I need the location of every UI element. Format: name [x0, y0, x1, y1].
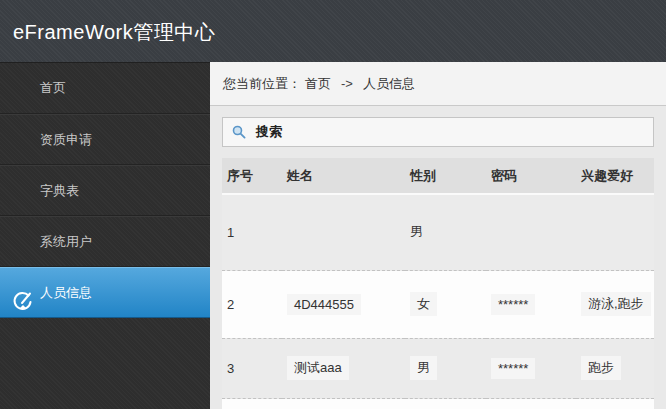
cell-name [282, 194, 405, 270]
table-row[interactable]: 1 男 [222, 194, 654, 270]
col-header-name: 姓名 [282, 158, 405, 194]
personnel-table: 序号 姓名 性别 密码 兴趣爱好 1 男 [222, 158, 654, 409]
cell-hobby [576, 194, 654, 270]
breadcrumb-home-link[interactable]: 首页 [305, 76, 331, 91]
cell-password: ****** [486, 270, 576, 338]
sidebar-item-qualification[interactable]: 资质申请 [0, 114, 210, 165]
table-header-row: 序号 姓名 性别 密码 兴趣爱好 [222, 158, 654, 194]
cell-gender: 女 [405, 270, 486, 338]
sidebar-item-label: 字典表 [40, 183, 79, 198]
cell-password [486, 194, 576, 270]
cell-name: 4D444555 [282, 270, 405, 338]
col-header-gender: 性别 [405, 158, 486, 194]
sidebar-item-label: 首页 [40, 80, 66, 95]
table-row-partial [222, 398, 654, 409]
sidebar-item-home[interactable]: 首页 [0, 63, 210, 114]
sidebar-item-label: 人员信息 [40, 285, 92, 300]
sidebar-item-system-users[interactable]: 系统用户 [0, 216, 210, 267]
cell-hobby: 跑步 [576, 338, 654, 398]
breadcrumb-separator: -> [341, 76, 353, 91]
app-window: eFrameWork管理中心 首页 资质申请 字典表 系统用户 [0, 0, 666, 409]
col-header-password: 密码 [486, 158, 576, 194]
magnifier-icon [232, 125, 246, 139]
sidebar-item-dictionary[interactable]: 字典表 [0, 165, 210, 216]
sidebar-item-label: 系统用户 [40, 234, 92, 249]
sidebar: 首页 资质申请 字典表 系统用户 人员信息 [0, 62, 210, 409]
sidebar-item-label: 资质申请 [40, 132, 92, 147]
sidebar-item-personnel[interactable]: 人员信息 [0, 267, 210, 318]
breadcrumb-current[interactable]: 人员信息 [363, 76, 415, 91]
cell-hobby: 游泳,跑步 [576, 270, 654, 338]
table-row[interactable]: 2 4D444555 女 ****** 游泳,跑步 [222, 270, 654, 338]
breadcrumb-prefix: 您当前位置： [223, 76, 301, 91]
cell-password: ****** [486, 338, 576, 398]
cell-gender: 男 [405, 338, 486, 398]
search-bar[interactable]: 搜索 [222, 117, 654, 147]
personnel-table-wrap: 序号 姓名 性别 密码 兴趣爱好 1 男 [222, 158, 654, 409]
cell-index: 3 [222, 338, 282, 398]
cell-gender: 男 [405, 194, 486, 270]
app-header: eFrameWork管理中心 [0, 0, 666, 62]
content-area: 您当前位置：首页->人员信息 搜索 [210, 62, 666, 409]
main-layout: 首页 资质申请 字典表 系统用户 人员信息 [0, 62, 666, 409]
col-header-index: 序号 [222, 158, 282, 194]
cell-index: 2 [222, 270, 282, 338]
cell-index: 1 [222, 194, 282, 270]
col-header-hobby: 兴趣爱好 [576, 158, 654, 194]
cell-name: 测试aaa [282, 338, 405, 398]
table-row[interactable]: 3 测试aaa 男 ****** 跑步 [222, 338, 654, 398]
search-label: 搜索 [256, 123, 282, 141]
gauge-icon [12, 283, 34, 305]
app-title: eFrameWork管理中心 [0, 0, 666, 46]
breadcrumb: 您当前位置：首页->人员信息 [210, 62, 666, 106]
